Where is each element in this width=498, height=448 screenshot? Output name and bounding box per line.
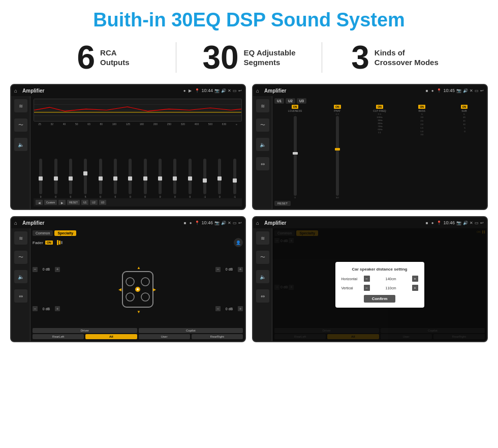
- eq-slider-2[interactable]: 0: [64, 159, 78, 198]
- stat-crossover: 3 Kinds of Crossover Modes: [322, 41, 468, 74]
- loudness-slider[interactable]: [294, 116, 297, 196]
- fader-ctrl-4: − 0 dB +: [215, 306, 243, 311]
- cam-icon: 📷: [214, 88, 220, 93]
- eq-btn[interactable]: ≋: [14, 99, 27, 112]
- amp2-u1-btn[interactable]: U1: [274, 98, 284, 104]
- horizontal-minus-btn[interactable]: −: [364, 276, 370, 282]
- all-btn[interactable]: All: [85, 334, 137, 339]
- spk-btn[interactable]: 🔈: [14, 138, 27, 151]
- arrows-btn-3[interactable]: ⇔: [14, 289, 27, 303]
- eq-slider-0[interactable]: 0: [34, 159, 48, 198]
- eq-slider-8[interactable]: 0: [153, 159, 167, 198]
- copilot-btn[interactable]: Copilot: [139, 328, 243, 333]
- svg-text:▼: ▼: [137, 310, 141, 314]
- eq-reset-btn[interactable]: RESET: [67, 200, 80, 205]
- fader-plus-2[interactable]: +: [55, 306, 60, 311]
- eq-slider-6[interactable]: 0: [123, 159, 137, 198]
- horizontal-label: Horizontal: [341, 277, 362, 281]
- amp2-reset-row: RESET: [274, 200, 485, 207]
- side-panel-2: ≋ 〜 🔈 ⇔: [253, 96, 272, 209]
- fader-minus-3[interactable]: −: [215, 267, 221, 272]
- screen3-time: 10:46: [201, 220, 213, 225]
- arrows-btn[interactable]: ⇔: [256, 157, 269, 170]
- fader-tab-common[interactable]: Common: [33, 230, 53, 236]
- back-icon-3[interactable]: ↩: [238, 221, 242, 225]
- fader-plus-3[interactable]: +: [238, 267, 243, 272]
- rearright-btn[interactable]: RearRight: [192, 334, 243, 339]
- eq-slider-12[interactable]: 0: [212, 159, 227, 198]
- side-panel-1: ≋ 〜 🔈: [11, 96, 30, 209]
- fader-plus-1[interactable]: +: [55, 267, 60, 272]
- fader-on-badge: ON: [45, 241, 53, 245]
- spk-btn-2[interactable]: 🔈: [256, 138, 269, 151]
- eq-prev-btn[interactable]: ◀: [36, 200, 43, 205]
- amp2-reset-btn[interactable]: RESET: [274, 201, 291, 206]
- fader-tabs: Common Specialty: [33, 230, 243, 236]
- user-btn[interactable]: User: [139, 334, 190, 339]
- eq-slider-5[interactable]: 0: [108, 159, 122, 198]
- x-icon-2[interactable]: ✕: [470, 88, 473, 93]
- horizontal-plus-btn[interactable]: +: [412, 276, 418, 282]
- dot-icon: ●: [183, 88, 186, 93]
- eq-slider-10[interactable]: 0: [183, 159, 197, 198]
- cam-icon-2: 📷: [456, 88, 461, 93]
- eq-btn-3[interactable]: ≋: [14, 231, 27, 245]
- eq-next-btn[interactable]: ▶: [58, 200, 66, 205]
- play-icon[interactable]: ▶: [189, 88, 192, 93]
- eq-custom-btn[interactable]: Custom: [44, 200, 57, 205]
- fader-minus-4[interactable]: −: [215, 306, 221, 311]
- svg-text:◀: ◀: [118, 287, 122, 292]
- arrows-btn-4[interactable]: ⇔: [256, 289, 269, 303]
- back-icon-4[interactable]: ↩: [480, 221, 484, 225]
- eq-u1-btn[interactable]: U1: [81, 200, 88, 205]
- eq-slider-7[interactable]: 0: [138, 159, 152, 198]
- fader-minus-1[interactable]: −: [33, 267, 38, 272]
- driver-btn[interactable]: Driver: [33, 328, 137, 333]
- eq-btn-4[interactable]: ≋: [256, 231, 269, 245]
- eq-slider-13[interactable]: -1: [228, 159, 242, 198]
- x-icon[interactable]: ✕: [228, 88, 231, 93]
- back-icon[interactable]: ↩: [238, 88, 242, 93]
- phat-slider[interactable]: [336, 116, 339, 196]
- eq-slider-4[interactable]: 0: [93, 159, 107, 198]
- vol-icon-2: 🔊: [463, 88, 468, 93]
- vertical-minus-btn[interactable]: −: [364, 285, 370, 291]
- wave-btn-3[interactable]: 〜: [14, 251, 27, 264]
- dot-icon-2: ■: [426, 88, 428, 93]
- screen4-body: ≋ 〜 🔈 ⇔ Common Specialty ON ▐▐ − 0 dB +: [253, 228, 487, 341]
- eq-slider-1[interactable]: 0: [48, 159, 63, 198]
- eq-slider-9[interactable]: 0: [168, 159, 182, 198]
- fader-tab-specialty[interactable]: Specialty: [54, 230, 76, 236]
- spk-btn-4[interactable]: 🔈: [256, 270, 269, 283]
- x-icon-4[interactable]: ✕: [470, 221, 473, 225]
- fader-minus-2[interactable]: −: [33, 306, 38, 311]
- vertical-plus-btn[interactable]: +: [412, 285, 418, 291]
- wave-btn-2[interactable]: 〜: [256, 118, 269, 132]
- home-icon[interactable]: ⌂: [14, 88, 17, 94]
- home-icon-3[interactable]: ⌂: [14, 220, 17, 226]
- amp2-u2-btn[interactable]: U2: [286, 98, 295, 104]
- eq-slider-3[interactable]: 5: [78, 159, 92, 198]
- amp2-preset-row: U1 U2 U3: [274, 98, 485, 104]
- wave-btn[interactable]: 〜: [14, 118, 27, 132]
- confirm-button[interactable]: Confirm: [364, 295, 396, 303]
- status-bar-1: ⌂ Amplifier ● ▶ 📍 10:44 📷 🔊 ✕ ▭ ↩: [11, 85, 245, 96]
- fader-user-icon[interactable]: 👤: [234, 238, 243, 247]
- stat-rca-number: 6: [77, 41, 95, 74]
- fader-car-visual: ▲ ▼ ◀ ▶: [63, 250, 212, 328]
- home-icon-4[interactable]: ⌂: [256, 220, 259, 226]
- wave-btn-4[interactable]: 〜: [256, 251, 269, 264]
- location-icon: 📍: [195, 88, 200, 93]
- x-icon-3[interactable]: ✕: [228, 221, 231, 225]
- eq-slider-11[interactable]: -1: [198, 159, 212, 198]
- eq-btn-2[interactable]: ≋: [256, 99, 269, 112]
- rearleft-btn[interactable]: RearLeft: [33, 334, 84, 339]
- spk-btn-3[interactable]: 🔈: [14, 270, 27, 283]
- amp2-u3-btn[interactable]: U3: [297, 98, 306, 104]
- eq-u3-btn[interactable]: U3: [99, 200, 106, 205]
- eq-labels: 25 32 40 50 63 80 100 125 160 200 250 32…: [34, 123, 242, 126]
- fader-plus-4[interactable]: +: [238, 306, 243, 311]
- eq-u2-btn[interactable]: U2: [90, 200, 97, 205]
- back-icon-2[interactable]: ↩: [480, 88, 484, 93]
- home-icon-2[interactable]: ⌂: [256, 88, 259, 94]
